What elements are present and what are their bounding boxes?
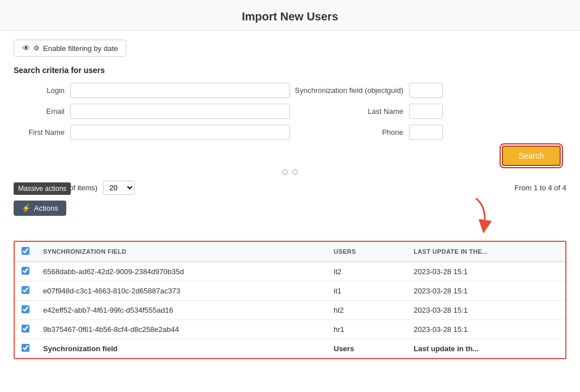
phone-row: Phone — [290, 125, 566, 140]
table-row: 6568dabb-ad62-42d2-9009-2384d970b35d it2… — [15, 262, 565, 282]
arrow-area — [14, 218, 566, 246]
table-footer: Synchronization field Users Last update … — [15, 339, 565, 359]
row-sync-field: 6568dabb-ad62-42d2-9009-2384d970b35d — [36, 262, 327, 282]
table-body: 6568dabb-ad62-42d2-9009-2384d970b35d it2… — [15, 262, 565, 339]
footer-sync-field: Synchronization field — [36, 339, 327, 359]
table-row: 9b375467-0f61-4b56-8cf4-d8c258e2ab44 hr1… — [15, 320, 565, 339]
row-checkbox-cell — [15, 282, 36, 301]
row-last-update: 2023-03-28 15:1 — [407, 262, 565, 282]
first-name-input[interactable] — [70, 125, 290, 140]
first-name-row: First Name — [14, 125, 290, 140]
data-table-wrapper: Synchronization Field Users Last update … — [14, 241, 566, 359]
right-form-fields: Synchronization field (objectguid) Last … — [290, 83, 566, 146]
actions-btn-label: Actions — [34, 204, 58, 212]
search-button[interactable]: Search — [502, 146, 561, 166]
row-sync-field: e07f948d-c3c1-4663-810c-2d65887ac373 — [36, 282, 327, 301]
row-checkbox-cell — [15, 301, 36, 320]
row-users: ht2 — [327, 301, 407, 320]
row-checkbox-cell — [15, 262, 36, 282]
row-last-update: 2023-03-28 15:1 — [407, 320, 565, 339]
sync-field-row: Synchronization field (objectguid) — [290, 83, 566, 98]
page-wrapper: Import New Users 👁 ⚙ Enable filtering by… — [0, 0, 580, 392]
footer-row: Synchronization field Users Last update … — [15, 339, 565, 359]
row-last-update: 2023-03-28 15:1 — [407, 282, 565, 301]
footer-users: Users — [327, 339, 407, 359]
search-criteria-title: Search criteria for users — [14, 66, 566, 75]
sync-field-label: Synchronization field (objectguid) — [290, 86, 403, 95]
from-count-label: From 1 to 4 of 4 — [514, 184, 566, 192]
content-area: 👁 ⚙ Enable filtering by date Search crit… — [0, 31, 580, 368]
page-title-text: Import New Users — [242, 10, 338, 23]
filter-date-button[interactable]: 👁 ⚙ Enable filtering by date — [14, 40, 126, 57]
form-grid: Login Email First Name Synchron — [14, 83, 566, 146]
login-input[interactable] — [70, 83, 290, 98]
sync-field-input[interactable] — [409, 83, 443, 98]
actions-button[interactable]: ⚡ Actions — [14, 201, 66, 216]
row-checkbox-cell — [15, 320, 36, 339]
email-input[interactable] — [70, 104, 290, 119]
login-label: Login — [14, 86, 65, 95]
row-last-update: 2023-03-28 15:1 — [407, 301, 565, 320]
last-name-row: Last Name — [290, 104, 566, 119]
pagination-dots — [14, 169, 566, 175]
filter-btn-label: Enable filtering by date — [43, 44, 118, 53]
table-row: e42eff52-abb7-4f61-99fc-d534f555ad16 ht2… — [15, 301, 565, 320]
massive-actions-tooltip: Massive actions — [14, 182, 71, 195]
gear-icon: ⚙ — [33, 44, 40, 52]
items-per-page-select[interactable]: 20 50 100 — [103, 181, 135, 195]
footer-checkbox[interactable] — [22, 344, 29, 352]
select-all-checkbox[interactable] — [22, 247, 29, 255]
toolbar-row: Display (number of items) 20 50 100 From… — [14, 181, 566, 195]
email-label: Email — [14, 107, 65, 116]
login-row: Login — [14, 83, 290, 98]
lightning-icon: ⚡ — [22, 204, 31, 212]
table-row: e07f948d-c3c1-4663-810c-2d65887ac373 it1… — [15, 282, 565, 301]
left-form-fields: Login Email First Name — [14, 83, 290, 146]
pagination-dot-1[interactable] — [282, 169, 288, 175]
pagination-dot-2[interactable] — [292, 169, 298, 175]
search-btn-row: Search — [14, 146, 566, 166]
page-title: Import New Users — [0, 0, 580, 31]
email-row: Email — [14, 104, 290, 119]
row-users: it1 — [327, 282, 407, 301]
first-name-label: First Name — [14, 128, 65, 137]
eye-icon: 👁 — [22, 44, 30, 53]
footer-checkbox-col — [15, 339, 36, 359]
last-name-input[interactable] — [409, 104, 443, 119]
last-name-label: Last Name — [290, 107, 403, 116]
row-users: hr1 — [327, 320, 407, 339]
row-sync-field: e42eff52-abb7-4f61-99fc-d534f555ad16 — [36, 301, 327, 320]
data-table: Synchronization Field Users Last update … — [15, 242, 565, 358]
phone-label: Phone — [290, 128, 403, 137]
row-checkbox-2[interactable] — [22, 305, 29, 313]
row-checkbox-0[interactable] — [22, 267, 29, 275]
search-criteria-section: Search criteria for users Login Email Fi… — [14, 66, 566, 175]
red-arrow-svg — [453, 195, 498, 241]
footer-last-update: Last update in th... — [407, 339, 565, 359]
row-users: it2 — [327, 262, 407, 282]
row-checkbox-1[interactable] — [22, 286, 29, 294]
row-checkbox-3[interactable] — [22, 325, 29, 333]
phone-input[interactable] — [409, 125, 443, 140]
row-sync-field: 9b375467-0f61-4b56-8cf4-d8c258e2ab44 — [36, 320, 327, 339]
